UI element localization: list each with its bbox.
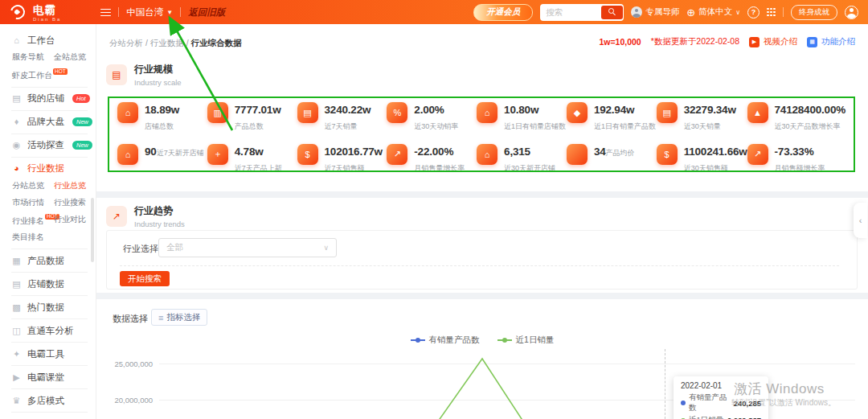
legend-marker	[411, 339, 425, 341]
revenue-growth-icon	[747, 144, 768, 165]
sidebar-item-workbench[interactable]: 工作台	[11, 32, 96, 48]
language-label: 简体中文	[698, 6, 732, 18]
collapse-panel-handle[interactable]: ‹	[854, 203, 867, 238]
stat-label: 店铺总数	[145, 122, 174, 130]
stat-value: 74128400.00%	[775, 104, 845, 116]
search-input[interactable]	[541, 7, 601, 17]
industry-trends-header: 行业趋势 Industry trends	[106, 204, 185, 228]
sidebar-scrollbar[interactable]	[91, 198, 94, 262]
section-subtitle: Industry trends	[134, 220, 185, 228]
stat-value: 18.89w	[145, 104, 179, 116]
sidebar-item-brand-market[interactable]: 品牌大盘 New	[11, 114, 96, 130]
mentor-link[interactable]: 专属导师	[631, 6, 679, 18]
section-title: 行业规模	[134, 63, 182, 76]
sidebar-item-hot-data[interactable]: 热门数据	[11, 299, 96, 315]
play-icon	[11, 373, 22, 382]
sidebar-item-my-shop[interactable]: 我的店铺 Hot	[11, 91, 96, 107]
sidebar-link-industry-search[interactable]: 行业搜索	[54, 197, 96, 208]
industry-sublinks: 分站总览 行业总览 市场行情 行业搜索 行业排名HOT 行业对比 类目排名	[12, 180, 96, 244]
stat-label: 近7天产品上新	[235, 164, 282, 172]
legend-marker	[497, 339, 512, 341]
legend-item-products[interactable]: 有销量产品数	[411, 335, 480, 346]
sidebar-divider	[11, 157, 88, 158]
sidebar-link-shopee-workbench[interactable]: 虾皮工作台HOT	[12, 68, 96, 81]
stat-card: 3240.22w近7天销量	[297, 102, 387, 132]
sidebar-item-shop-data[interactable]: 店铺数据	[11, 276, 96, 292]
stat-card: 6,315近30天新开店铺	[477, 144, 567, 174]
menu-toggle-icon[interactable]	[100, 8, 111, 17]
achievement-button[interactable]: 终身成就	[791, 5, 837, 20]
breadcrumb-link[interactable]: 分站分析	[109, 38, 143, 47]
sidebar-link-industry-rank[interactable]: 行业排名HOT	[12, 214, 54, 227]
sidebar-item-activity-scout[interactable]: 活动探查 New	[11, 138, 96, 154]
sidebar-item-ppc-analysis[interactable]: 直通车分析	[11, 322, 96, 339]
apps-grid-icon[interactable]	[767, 8, 776, 17]
stat-label: 近30天新开店铺	[504, 164, 555, 172]
sidebar-link-market-quotes[interactable]: 市场行情	[12, 197, 54, 208]
fire-icon	[11, 303, 22, 312]
new-products-icon	[207, 144, 228, 165]
video-icon	[749, 37, 760, 47]
breadcrumb-link[interactable]: 行业数据	[150, 38, 184, 47]
industry-scale-panel: 分站分析 / 行业数据 / 行业综合数据 1w=10,000 *数据更新于202…	[96, 24, 868, 191]
stat-card: 32279.34w近30天销量	[657, 102, 747, 132]
update-note: *数据更新于2022-02-08	[651, 36, 739, 47]
feature-intro-button[interactable]: 功能介绍	[807, 36, 855, 47]
sidebar-link-category-rank[interactable]: 类目排名	[12, 232, 54, 243]
sidebar-link-site-overview[interactable]: 全站总览	[54, 51, 96, 63]
stat-card: 192.94w近1日有销量产品数	[567, 102, 657, 132]
header-divider	[180, 7, 181, 17]
region-selector[interactable]: 中国台湾 ▼	[126, 6, 173, 18]
revenue-icon	[297, 144, 318, 165]
dianba-logo[interactable]: 电霸 Dian Ba	[33, 3, 61, 22]
new-badge: New	[72, 117, 92, 126]
globe-icon	[686, 7, 695, 18]
chart-legend: 有销量产品数 近1日销量	[96, 335, 868, 346]
video-intro-button[interactable]: 视频介绍	[749, 36, 797, 47]
sidebar-item-industry-data[interactable]: 行业数据	[11, 161, 96, 177]
chevron-down-icon: ∨	[323, 244, 329, 252]
sidebar-item-product-data[interactable]: 产品数据	[11, 253, 96, 269]
growth-icon	[747, 102, 768, 123]
y-axis-tick: 20,000,000	[103, 396, 153, 405]
sidebar-link-substation-overview[interactable]: 分站总览	[12, 180, 54, 191]
sidebar-divider	[11, 388, 88, 389]
indicator-select-button[interactable]: 指标选择	[151, 309, 207, 326]
stat-value: -73.33%	[775, 146, 814, 158]
sidebar-item-dianba-class[interactable]: 电霸课堂	[11, 369, 96, 385]
top-header: 电霸 Dian Ba 中国台湾 ▼ 返回旧版 开通会员 专属导师 简体中文 ∨ …	[0, 0, 868, 24]
search-icon	[608, 8, 616, 16]
tag-icon	[11, 141, 22, 150]
shop-icon	[11, 94, 22, 103]
workbench-sublinks: 服务导航 全站总览 虾皮工作台HOT	[12, 51, 96, 81]
stat-value: 2.00%	[414, 104, 444, 116]
vip-upgrade-button[interactable]: 开通会员	[473, 4, 533, 21]
legend-item-sales[interactable]: 近1日销量	[497, 335, 555, 346]
stat-label: 近7天销量	[325, 122, 358, 130]
sidebar-item-shopee-complaint[interactable]: Shopee平台投诉 Hot	[11, 416, 96, 419]
sidebar-link-service-nav[interactable]: 服务导航	[12, 51, 54, 63]
start-search-button[interactable]: 开始搜索	[120, 271, 170, 286]
unit-note: 1w=10,000	[599, 37, 641, 47]
sidebar-link-industry-compare[interactable]: 行业对比	[54, 214, 96, 227]
logo-subtitle: Dian Ba	[33, 17, 61, 22]
meta-bar: 1w=10,000 *数据更新于2022-02-08 视频介绍 功能介绍	[599, 36, 855, 47]
new-badge: New	[72, 141, 92, 150]
sidebar-divider	[11, 87, 88, 88]
tooltip-row: 近1日销量 6,269,837	[681, 415, 761, 419]
stat-label: 近7天销售额	[325, 164, 365, 172]
sidebar-item-multi-shop[interactable]: 多店模式	[11, 392, 96, 409]
sidebar-item-dianba-tools[interactable]: 电霸工具	[11, 346, 96, 362]
user-avatar[interactable]	[845, 6, 858, 19]
stat-label: 产品均价	[606, 149, 635, 157]
industry-select[interactable]: 全部 ∨	[158, 238, 337, 257]
language-selector[interactable]: 简体中文 ∨	[686, 6, 740, 18]
help-icon[interactable]: ?	[747, 6, 760, 18]
search-button[interactable]	[601, 6, 623, 19]
legacy-version-link[interactable]: 返回旧版	[188, 6, 225, 18]
industry-trends-panel: 行业趋势 Industry trends 行业选择: 全部 ∨ 开始搜索	[96, 198, 868, 293]
sidebar-item-label: 工作台	[27, 35, 55, 47]
active-stores-icon	[477, 102, 497, 123]
sidebar-link-industry-overview[interactable]: 行业总览	[54, 180, 96, 191]
sales-30d-icon	[657, 102, 678, 123]
